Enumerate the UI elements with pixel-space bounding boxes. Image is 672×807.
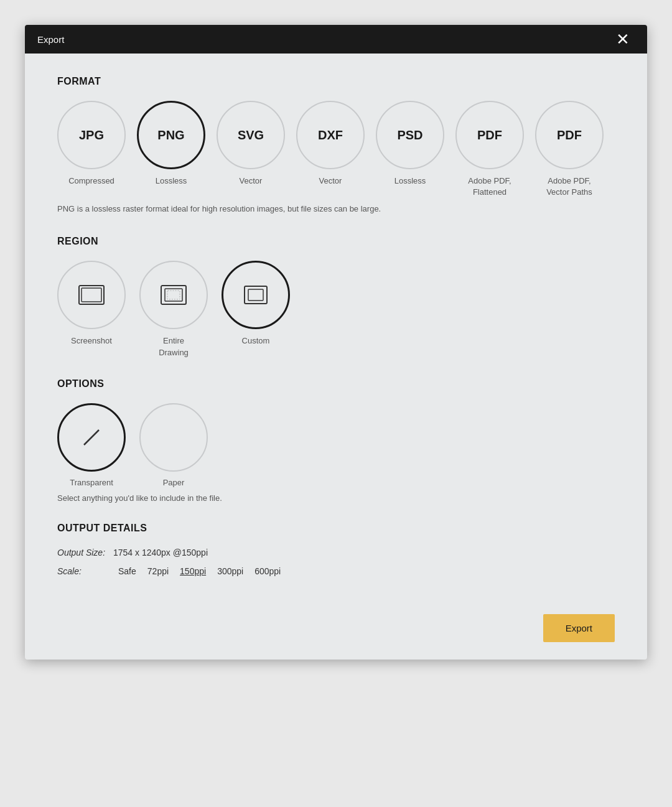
format-label-dxf: DXF xyxy=(318,128,343,142)
format-option-png[interactable]: PNG Lossless xyxy=(137,101,205,187)
transparent-icon xyxy=(79,425,104,450)
svg-line-7 xyxy=(84,430,99,445)
format-circle-pdf-flat: PDF xyxy=(455,101,524,169)
region-circle-entire-drawing xyxy=(139,261,208,329)
format-circle-jpg: JPG xyxy=(57,101,126,169)
region-section-title: REGION xyxy=(57,236,615,247)
dialog-footer: Export xyxy=(25,602,647,660)
entire-drawing-icon xyxy=(160,284,187,306)
export-dialog: Export ✕ FORMAT JPG Compressed PNG xyxy=(25,25,647,660)
scale-safe[interactable]: Safe xyxy=(118,566,136,577)
format-section-title: FORMAT xyxy=(57,76,615,87)
format-circle-psd: PSD xyxy=(376,101,444,169)
region-circle-custom xyxy=(222,261,290,329)
format-sublabel-png: Lossless xyxy=(156,175,187,187)
format-label-png: PNG xyxy=(157,128,184,142)
region-option-custom[interactable]: Custom xyxy=(222,261,290,347)
format-sublabel-psd: Lossless xyxy=(394,175,426,187)
region-option-screenshot[interactable]: Screenshot xyxy=(57,261,126,347)
options-section: OPTIONS Transparent Paper xyxy=(57,378,615,503)
format-sublabel-jpg: Compressed xyxy=(68,175,114,187)
option-paper[interactable]: Paper xyxy=(139,403,208,487)
format-label-jpg: JPG xyxy=(79,128,104,142)
scale-72ppi[interactable]: 72ppi xyxy=(147,566,169,577)
output-details-section: OUTPUT DETAILS Output Size: 1754 x 1240p… xyxy=(57,523,615,577)
option-circle-paper xyxy=(139,403,208,472)
region-circle-screenshot xyxy=(57,261,126,329)
options-hint: Select anything you'd like to include in… xyxy=(57,493,615,503)
export-button[interactable]: Export xyxy=(543,614,615,642)
format-circle-dxf: DXF xyxy=(296,101,365,169)
svg-rect-6 xyxy=(248,289,263,301)
format-option-psd[interactable]: PSD Lossless xyxy=(376,101,444,187)
output-size-label: Output Size: xyxy=(57,548,107,557)
format-option-dxf[interactable]: DXF Vector xyxy=(296,101,365,187)
format-option-pdf-vec[interactable]: PDF Adobe PDF,Vector Paths xyxy=(535,101,604,198)
format-label-svg: SVG xyxy=(238,128,264,142)
svg-rect-4 xyxy=(167,291,180,299)
region-label-entire-drawing: EntireDrawing xyxy=(159,335,189,358)
format-description: PNG is a lossless raster format ideal fo… xyxy=(57,204,615,213)
region-label-screenshot: Screenshot xyxy=(71,335,112,347)
format-sublabel-svg: Vector xyxy=(240,175,263,187)
format-sublabel-pdf-flat: Adobe PDF,Flattened xyxy=(468,175,511,198)
format-label-pdf-flat: PDF xyxy=(477,128,502,142)
format-label-psd: PSD xyxy=(397,128,422,142)
format-sublabel-pdf-vec: Adobe PDF,Vector Paths xyxy=(546,175,592,198)
custom-icon xyxy=(242,284,269,306)
svg-rect-1 xyxy=(82,288,101,302)
scale-150ppi[interactable]: 150ppi xyxy=(180,566,206,577)
region-label-custom: Custom xyxy=(242,335,270,347)
main-content: FORMAT JPG Compressed PNG Lossless xyxy=(25,54,647,602)
dialog-title: Export xyxy=(37,34,64,45)
format-option-jpg[interactable]: JPG Compressed xyxy=(57,101,126,187)
scale-label: Scale: xyxy=(57,566,107,576)
region-options-row: Screenshot EntireDrawing xyxy=(57,261,615,358)
format-option-svg[interactable]: SVG Vector xyxy=(217,101,285,187)
format-circle-png: PNG xyxy=(137,101,205,169)
format-circle-pdf-vec: PDF xyxy=(535,101,604,169)
option-transparent[interactable]: Transparent xyxy=(57,403,126,487)
scale-row: Scale: Safe 72ppi 150ppi 300ppi 600ppi xyxy=(57,566,615,577)
region-section: REGION Screenshot xyxy=(57,236,615,358)
format-options-row: JPG Compressed PNG Lossless SVG Vecto xyxy=(57,101,615,198)
option-label-paper: Paper xyxy=(163,478,185,487)
close-button[interactable]: ✕ xyxy=(611,29,635,50)
region-option-entire-drawing[interactable]: EntireDrawing xyxy=(139,261,208,358)
output-size-row: Output Size: 1754 x 1240px @150ppi xyxy=(57,548,615,557)
scale-300ppi[interactable]: 300ppi xyxy=(217,566,243,577)
format-section: FORMAT JPG Compressed PNG Lossless xyxy=(57,76,615,213)
option-label-transparent: Transparent xyxy=(70,478,113,487)
format-sublabel-dxf: Vector xyxy=(319,175,342,187)
screenshot-icon xyxy=(78,284,105,306)
option-circle-transparent xyxy=(57,403,126,472)
scale-600ppi[interactable]: 600ppi xyxy=(254,566,281,577)
close-icon: ✕ xyxy=(616,30,630,49)
title-bar: Export ✕ xyxy=(25,25,647,54)
options-row: Transparent Paper xyxy=(57,403,615,487)
format-label-pdf-vec: PDF xyxy=(557,128,582,142)
output-details-title: OUTPUT DETAILS xyxy=(57,523,615,534)
format-circle-svg: SVG xyxy=(217,101,285,169)
output-size-value: 1754 x 1240px @150ppi xyxy=(113,548,208,557)
format-option-pdf-flat[interactable]: PDF Adobe PDF,Flattened xyxy=(455,101,524,198)
options-section-title: OPTIONS xyxy=(57,378,615,390)
